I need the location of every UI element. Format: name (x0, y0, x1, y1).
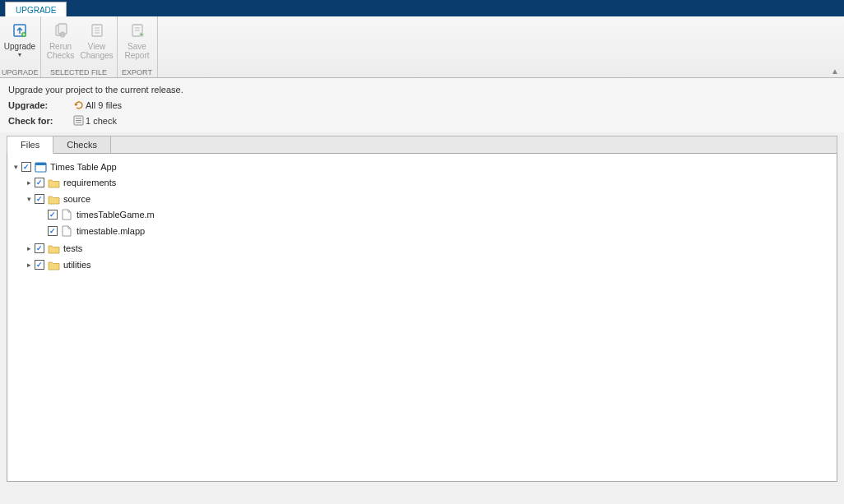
upgrade-label: Upgrade: (8, 100, 71, 110)
ribbon-group-label: SELECTED FILE (43, 67, 115, 77)
rerun-checks-button: RerunChecks (43, 19, 79, 67)
tree-node-label[interactable]: utilities (63, 260, 91, 270)
upgrade-value: All 9 files (86, 100, 122, 110)
checkbox[interactable] (35, 178, 44, 187)
save-report-button: SaveReport (119, 19, 155, 67)
file-tree: ▾ Times Table App ▸ requirements (11, 159, 833, 274)
project-icon (34, 161, 47, 173)
ribbon-tab-upgrade[interactable]: UPGRADE (5, 2, 67, 16)
ribbon-group-upgrade: Upgrade ▼ UPGRADE (0, 16, 41, 77)
list-icon (71, 115, 86, 126)
refresh-icon (71, 99, 86, 110)
expander-icon[interactable]: ▸ (24, 244, 34, 252)
folder-icon (47, 243, 60, 254)
tab-checks[interactable]: Checks (53, 136, 111, 153)
folder-icon (47, 259, 60, 270)
save-icon (130, 21, 145, 40)
tree-node-label[interactable]: timestable.mlapp (77, 226, 145, 236)
ribbon-group-export: SaveReport EXPORT (118, 16, 158, 77)
folder-icon (47, 177, 60, 188)
folder-icon (47, 193, 60, 205)
ribbon-group-label: EXPORT (119, 67, 155, 77)
checkbox[interactable] (35, 243, 44, 253)
upgrade-icon (12, 21, 27, 40)
file-tree-panel: ▾ Times Table App ▸ requirements (7, 154, 837, 482)
ribbon-group-selected-file: RerunChecks ViewChanges SELECTED FILE (41, 16, 118, 77)
file-icon (60, 209, 73, 220)
tree-node-label[interactable]: timesTableGame.m (77, 210, 155, 220)
tree-node-label[interactable]: requirements (63, 178, 116, 187)
view-changes-button: ViewChanges (79, 19, 115, 67)
checkbox[interactable] (48, 210, 58, 220)
status-text: Upgrade your project to the current rele… (8, 85, 836, 95)
ribbon-collapse-button[interactable]: ▲ (831, 67, 839, 76)
expander-icon[interactable]: ▸ (24, 261, 34, 269)
expander-icon[interactable]: ▾ (11, 163, 21, 171)
checkbox[interactable] (35, 194, 44, 204)
check-for-value: 1 check (86, 116, 117, 126)
file-icon (60, 225, 73, 237)
info-panel: Upgrade your project to the current rele… (0, 78, 844, 132)
title-bar: UPGRADE (0, 0, 844, 16)
upgrade-button[interactable]: Upgrade ▼ (2, 19, 38, 67)
ribbon: Upgrade ▼ UPGRADE RerunChecks ViewChange… (0, 16, 844, 78)
upgrade-button-label: Upgrade (4, 42, 35, 51)
expander-icon[interactable]: ▾ (24, 195, 34, 203)
tree-node-label[interactable]: Times Table App (50, 162, 117, 172)
tab-files[interactable]: Files (7, 136, 53, 154)
expander-icon[interactable]: ▸ (24, 178, 34, 187)
checkbox[interactable] (48, 226, 58, 236)
checkbox[interactable] (35, 260, 44, 270)
tree-node-label[interactable]: tests (63, 243, 82, 253)
checkbox[interactable] (21, 162, 31, 172)
ribbon-group-label: UPGRADE (2, 67, 39, 77)
rerun-icon (53, 21, 68, 40)
panel-tabs: Files Checks (7, 136, 837, 154)
dropdown-arrow-icon: ▼ (17, 52, 23, 58)
tree-node-label[interactable]: source (63, 194, 90, 204)
check-for-label: Check for: (8, 116, 71, 126)
view-icon (90, 21, 104, 40)
